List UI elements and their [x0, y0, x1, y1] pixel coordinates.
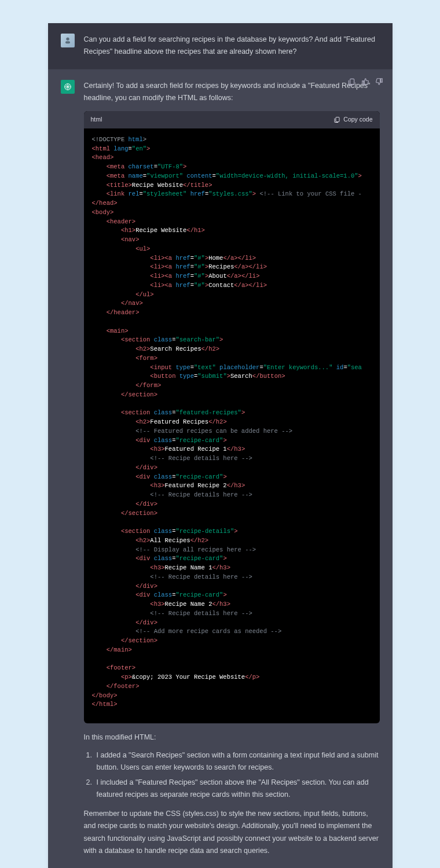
code-content[interactable]: <!DOCTYPE html> <html lang="en"> <head> … [84, 128, 380, 723]
clipboard-icon [333, 116, 340, 123]
copy-code-label: Copy code [343, 115, 372, 125]
user-message: Can you add a field for searching recipe… [48, 23, 393, 69]
svg-rect-3 [350, 79, 354, 84]
svg-rect-1 [65, 41, 70, 43]
code-block: html Copy code <!DOCTYPE html> <html lan… [84, 111, 380, 723]
assistant-intro: Certainly! To add a search field for rec… [84, 80, 380, 105]
thumbs-up-icon[interactable] [361, 78, 369, 90]
clipboard-icon[interactable] [347, 78, 355, 90]
assistant-avatar [61, 80, 75, 94]
explain-closing: Remember to update the CSS (styles.css) … [84, 808, 380, 857]
code-header: html Copy code [84, 111, 380, 128]
feedback-buttons [347, 78, 383, 90]
assistant-content: Certainly! To add a search field for rec… [84, 80, 380, 863]
assistant-explanation: In this modified HTML: I added a "Search… [84, 731, 380, 857]
chat-container: Can you add a field for searching recipe… [48, 23, 393, 868]
explain-item-2: I included a "Featured Recipes" section … [94, 777, 380, 801]
explain-heading: In this modified HTML: [84, 731, 380, 744]
user-avatar [61, 34, 75, 47]
code-language-label: html [91, 115, 102, 125]
svg-point-0 [66, 38, 69, 41]
user-message-text: Can you add a field for searching recipe… [84, 34, 380, 58]
thumbs-down-icon[interactable] [375, 78, 383, 90]
assistant-message: Certainly! To add a search field for rec… [48, 69, 393, 869]
explain-item-1: I added a "Search Recipes" section with … [94, 749, 380, 774]
svg-rect-4 [336, 117, 339, 122]
copy-code-button[interactable]: Copy code [333, 115, 372, 125]
